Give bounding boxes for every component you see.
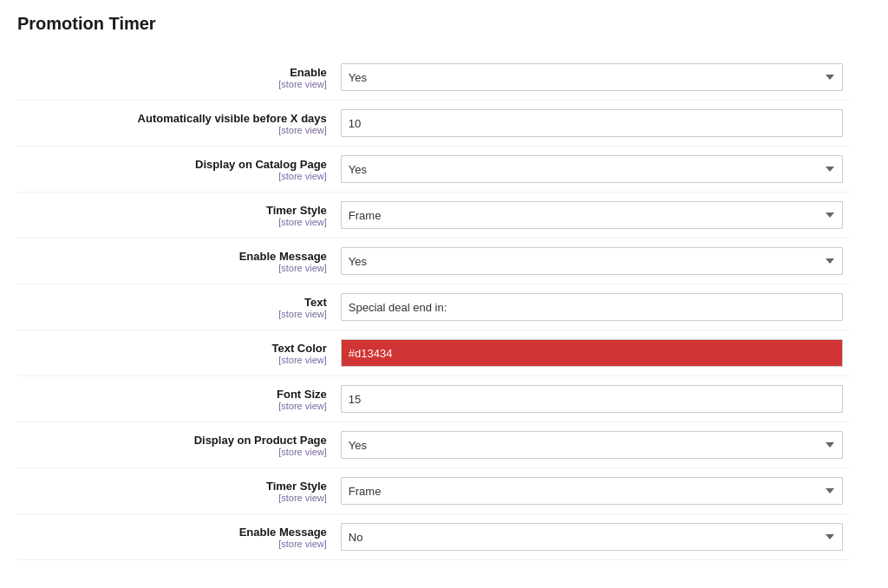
store-view-label-enable: [store view] bbox=[24, 79, 327, 89]
store-view-label-enable_message_2: [store view] bbox=[24, 539, 327, 549]
field-label-timer_style_1: Timer Style bbox=[24, 204, 327, 217]
field-label-enable: Enable bbox=[24, 66, 327, 79]
table-row: Font Size[store view] bbox=[17, 376, 850, 422]
table-row: Automatically visible before X days[stor… bbox=[17, 101, 850, 147]
table-row: Display on Product Page[store view]YesNo bbox=[17, 422, 850, 468]
field-label-display_product: Display on Product Page bbox=[24, 434, 327, 447]
table-row: Display on Catalog Page[store view]YesNo bbox=[17, 147, 850, 193]
table-row: Text Color[store view]#d13434 bbox=[17, 330, 850, 376]
field-label-enable_message_1: Enable Message bbox=[24, 250, 327, 263]
table-row: Enable[store view]YesNo bbox=[17, 55, 850, 101]
store-view-label-timer_style_1: [store view] bbox=[24, 217, 327, 227]
page-title: Promotion Timer bbox=[17, 14, 871, 34]
field-label-enable_message_2: Enable Message bbox=[24, 526, 327, 539]
select-timer_style_2[interactable]: FrameSimpleCircle bbox=[341, 477, 843, 505]
field-label-timer_style_2: Timer Style bbox=[24, 480, 327, 493]
store-view-label-font_size: [store view] bbox=[24, 401, 327, 411]
table-row: Timer Style[store view]FrameSimpleCircle bbox=[17, 193, 850, 238]
field-label-text: Text bbox=[24, 296, 327, 309]
settings-form: Enable[store view]YesNoAutomatically vis… bbox=[17, 55, 850, 560]
field-label-auto_visible_days: Automatically visible before X days bbox=[24, 112, 327, 125]
select-timer_style_1[interactable]: FrameSimpleCircle bbox=[341, 201, 843, 229]
select-enable[interactable]: YesNo bbox=[341, 63, 843, 91]
select-enable_message_1[interactable]: YesNo bbox=[341, 247, 843, 275]
table-row: Enable Message[store view]YesNo bbox=[17, 514, 850, 560]
input-text[interactable] bbox=[341, 293, 843, 321]
store-view-label-display_product: [store view] bbox=[24, 447, 327, 457]
store-view-label-auto_visible_days: [store view] bbox=[24, 125, 327, 135]
field-label-font_size: Font Size bbox=[24, 388, 327, 401]
table-row: Timer Style[store view]FrameSimpleCircle bbox=[17, 468, 850, 514]
store-view-label-text: [store view] bbox=[24, 309, 327, 319]
select-display_catalog[interactable]: YesNo bbox=[341, 155, 843, 183]
store-view-label-enable_message_1: [store view] bbox=[24, 263, 327, 273]
table-row: Enable Message[store view]YesNo bbox=[17, 238, 850, 284]
color-picker-text_color[interactable]: #d13434 bbox=[341, 339, 843, 367]
store-view-label-timer_style_2: [store view] bbox=[24, 493, 327, 503]
field-label-text_color: Text Color bbox=[24, 342, 327, 355]
store-view-label-text_color: [store view] bbox=[24, 355, 327, 365]
select-enable_message_2[interactable]: YesNo bbox=[341, 523, 843, 551]
input-auto_visible_days[interactable] bbox=[341, 109, 843, 137]
store-view-label-display_catalog: [store view] bbox=[24, 171, 327, 181]
input-font_size[interactable] bbox=[341, 385, 843, 413]
select-display_product[interactable]: YesNo bbox=[341, 431, 843, 459]
field-label-display_catalog: Display on Catalog Page bbox=[24, 158, 327, 171]
table-row: Text[store view] bbox=[17, 284, 850, 330]
